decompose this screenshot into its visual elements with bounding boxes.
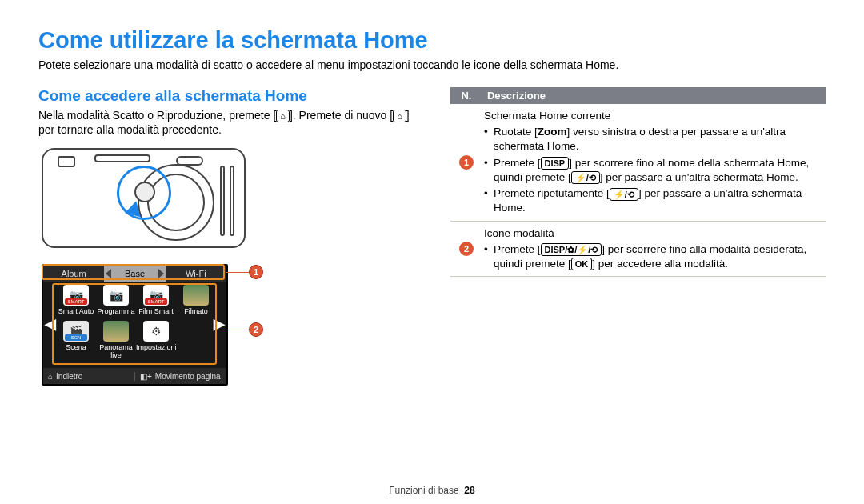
callout-line-2: [226, 330, 249, 330]
mode-impostazioni: ⚙Impostazioni: [136, 321, 176, 366]
home-key-icon: [393, 110, 406, 122]
zoom-small-icon: ◧+: [140, 372, 152, 381]
table-row: 1 Schermata Home corrente Ruotate [Zoom]…: [450, 104, 826, 222]
four-way-key-icon: [541, 243, 602, 256]
row1-bullet1: Ruotate [Zoom] verso sinistra o destra p…: [484, 125, 822, 154]
footer-back: ⌂Indietro: [43, 372, 134, 381]
tab-wifi: Wi-Fi: [166, 266, 226, 282]
disp-key-icon: [541, 157, 570, 170]
section-body: Nella modalità Scatto o Riproduzione, pr…: [38, 108, 422, 137]
home-screen-mock: Album Base Wi-Fi ◀ ▶ 📷SMARTSmart Auto 📷P…: [42, 264, 228, 386]
flash-timer-key-icon: [571, 171, 600, 184]
mode-film-smart: 📷SMARTFilm Smart: [136, 285, 176, 321]
camera-illustration: [42, 148, 246, 248]
th-n: N.: [450, 87, 482, 104]
mode-panorama: Panorama live: [96, 321, 136, 366]
mode-programma: 📷Programma: [96, 285, 136, 321]
mode-smart-auto: 📷SMARTSmart Auto: [56, 285, 96, 321]
nav-right-icon: ▶: [214, 315, 225, 333]
row-num-2: 2: [459, 242, 474, 256]
row1-bullet3: Premete ripetutamente [] per passare a u…: [484, 186, 822, 215]
mode-filmato: Filmato: [176, 285, 216, 321]
footer-move: ◧+Movimento pagina: [134, 372, 226, 381]
th-desc: Descrizione: [482, 87, 826, 104]
row2-title: Icone modalità: [484, 226, 822, 241]
home-small-icon: ⌂: [48, 372, 53, 381]
row-num-1: 1: [459, 155, 474, 170]
body-mid: ]. Premete di nuovo [: [290, 109, 393, 122]
table-header: N. Descrizione: [450, 87, 826, 104]
page-footer: Funzioni di base 28: [0, 485, 864, 496]
callout-2: 2: [249, 322, 263, 337]
mode-scena: 🎬SCNScena: [56, 321, 96, 366]
row1-bullet2: Premete [] per scorrere fino al nome del…: [484, 156, 822, 185]
table-row: 2 Icone modalità Premete [] per scorrere…: [450, 222, 826, 278]
section-title: Come accedere alla schermata Home: [38, 87, 422, 105]
row2-bullet1: Premete [] per scorrere fino alla modali…: [484, 242, 822, 271]
intro-text: Potete selezionare una modalità di scatt…: [38, 58, 826, 71]
flash-timer-key-icon: [610, 188, 638, 201]
row1-title: Schermata Home corrente: [484, 109, 822, 123]
callout-line-1: [226, 272, 249, 273]
tab-base: Base: [104, 266, 165, 282]
body-pre: Nella modalità Scatto o Riproduzione, pr…: [38, 109, 276, 122]
page-title: Come utilizzare la schermata Home: [38, 27, 826, 54]
tab-album: Album: [43, 266, 104, 282]
home-key-icon: [276, 110, 290, 122]
ok-key-icon: [571, 258, 593, 270]
callout-1: 1: [249, 265, 263, 279]
nav-left-icon: ◀: [45, 315, 56, 333]
